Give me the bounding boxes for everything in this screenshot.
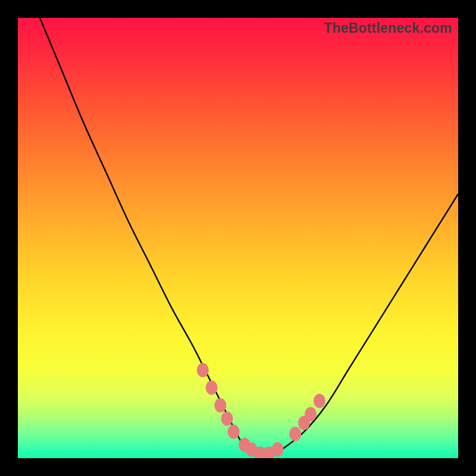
chart-frame: TheBottleneck.com [0, 0, 476, 476]
watermark-text: TheBottleneck.com [324, 20, 452, 36]
curve-marker [197, 363, 209, 377]
curve-marker [228, 425, 240, 439]
curve-marker [272, 442, 284, 456]
curve-marker [206, 381, 218, 395]
curve-marker [289, 427, 301, 441]
marker-group [197, 363, 325, 458]
curve-marker [214, 398, 226, 412]
chart-svg [18, 18, 458, 458]
bottleneck-curve [40, 18, 458, 455]
curve-marker [305, 407, 317, 421]
curve-marker [314, 394, 325, 408]
curve-group [40, 18, 458, 455]
curve-marker [221, 411, 233, 425]
plot-area: TheBottleneck.com [18, 18, 458, 458]
